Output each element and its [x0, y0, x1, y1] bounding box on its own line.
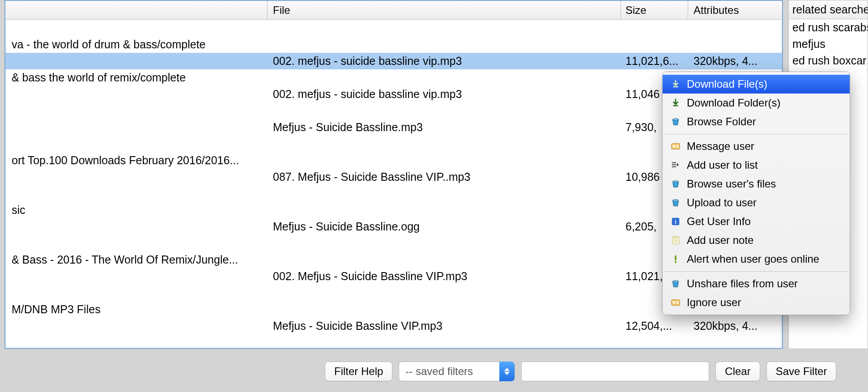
svg-point-2: [673, 119, 679, 120]
menu-item[interactable]: Upload to user: [663, 193, 850, 212]
menu-item-label: Download Folder(s): [687, 97, 780, 109]
cell-size: 11,021,6...: [621, 55, 688, 68]
file-row[interactable]: Mefjus - Suicide Bassline VIP.mp312,504,…: [5, 318, 782, 334]
context-menu: Download File(s)Download Folder(s)Browse…: [662, 72, 850, 315]
folder-row[interactable]: va - the world of drum & bass/complete: [5, 36, 782, 53]
svg-rect-5: [676, 145, 679, 146]
info-icon: i: [671, 217, 681, 226]
related-search-item[interactable]: ed rush scarabs: [789, 19, 868, 36]
menu-item[interactable]: Download Folder(s): [663, 94, 850, 112]
cell-attributes: 320kbps, 4...: [688, 55, 782, 68]
menu-item-label: Unshare files from user: [687, 277, 798, 290]
menu-item-label: Get User Info: [687, 215, 751, 228]
svg-rect-19: [675, 256, 677, 260]
cup-icon: [671, 179, 681, 189]
related-search-item[interactable]: ed rush boxcar: [789, 52, 868, 69]
menu-item[interactable]: Add user note: [663, 231, 850, 250]
svg-rect-25: [676, 303, 679, 304]
cup-icon: [671, 198, 681, 208]
svg-rect-8: [672, 164, 676, 165]
cell-path: & bass the world of remix/complete: [5, 71, 268, 84]
excl-icon: [671, 254, 681, 264]
cell-file: 002. mefjus - suicide bassline vip.mp3: [268, 88, 621, 101]
note-icon: [671, 235, 681, 245]
menu-item[interactable]: Browse Folder: [663, 112, 850, 131]
menu-separator: [664, 271, 848, 272]
menu-item[interactable]: Add user to list: [663, 156, 850, 175]
menu-item[interactable]: Browse user's files: [663, 175, 850, 193]
menu-item-label: Add user to list: [687, 159, 758, 171]
cell-file: Mefjus - Suicide Bassline VIP.mp3: [268, 320, 621, 332]
arrow-green-icon: [671, 98, 681, 108]
user-card-icon: [671, 298, 681, 307]
menu-item[interactable]: Unshare files from user: [663, 274, 850, 293]
menu-item[interactable]: Download File(s): [663, 75, 850, 94]
column-header-blank[interactable]: [5, 1, 268, 19]
arrow-green-icon: [671, 79, 681, 89]
related-searches-header[interactable]: related searches: [789, 0, 868, 19]
menu-item-label: Upload to user: [687, 196, 757, 209]
cell-path: sic: [5, 204, 268, 217]
cell-path: va - the world of drum & bass/complete: [5, 38, 268, 51]
menu-item[interactable]: Ignore user: [663, 293, 850, 312]
filter-bar: Filter Help -- saved filters Clear Save …: [4, 358, 868, 385]
filter-help-button[interactable]: Filter Help: [325, 362, 392, 381]
cup-icon: [671, 279, 681, 289]
menu-item-label: Add user note: [687, 234, 753, 247]
cell-file: Mefjus - Suicide Bassline.ogg: [268, 220, 621, 233]
svg-point-21: [673, 281, 679, 282]
column-header-attributes[interactable]: Attributes: [688, 1, 782, 19]
svg-rect-6: [676, 147, 679, 148]
svg-point-23: [673, 301, 676, 304]
svg-point-11: [673, 200, 679, 201]
menu-item[interactable]: Message user: [663, 137, 850, 156]
svg-point-10: [673, 181, 679, 183]
svg-rect-0: [673, 86, 678, 88]
column-header-file[interactable]: File: [268, 1, 621, 19]
cell-path: ort Top.100 Downloads February 2016/2016…: [5, 154, 268, 167]
svg-point-4: [673, 145, 676, 148]
menu-item-label: Ignore user: [687, 296, 741, 309]
results-header: File Size Attributes: [5, 1, 782, 20]
saved-filters-select[interactable]: -- saved filters: [399, 362, 515, 381]
user-card-icon: [671, 141, 681, 151]
cell-file: 087. Mefjus - Suicide Bassline VIP..mp3: [268, 170, 621, 183]
menu-item-label: Alert when user goes online: [687, 253, 819, 265]
cell-file: 002. mefjus - suicide bassline vip.mp3: [268, 55, 621, 68]
svg-rect-24: [676, 301, 679, 302]
svg-rect-9: [672, 166, 676, 167]
saved-filters-label: -- saved filters: [405, 365, 499, 378]
menu-item-label: Download File(s): [687, 78, 767, 90]
menu-item[interactable]: Alert when user goes online: [663, 250, 850, 268]
svg-rect-1: [673, 105, 678, 107]
svg-rect-20: [675, 261, 677, 263]
blank-row: [5, 20, 782, 36]
menu-item[interactable]: iGet User Info: [663, 212, 850, 231]
cell-size: 12,504,...: [621, 320, 688, 332]
related-search-item[interactable]: mefjus: [789, 36, 868, 52]
column-header-size[interactable]: Size: [621, 1, 688, 19]
menu-item-label: Browse user's files: [687, 178, 776, 190]
cell-file: Mefjus - Suicide Bassline.mp3: [268, 121, 621, 134]
cup-icon: [671, 117, 681, 127]
filter-input[interactable]: [521, 362, 709, 381]
list-arrow-icon: [671, 160, 681, 170]
menu-separator: [664, 134, 848, 134]
cell-path: M/DNB MP3 Files: [5, 303, 268, 316]
file-row[interactable]: 002. mefjus - suicide bassline vip.mp311…: [5, 53, 782, 69]
cell-path: & Bass - 2016 - The World Of Remix/Jungl…: [5, 253, 268, 266]
menu-item-label: Message user: [687, 140, 754, 153]
svg-text:i: i: [675, 218, 677, 225]
svg-rect-18: [672, 237, 679, 238]
svg-rect-7: [672, 162, 676, 163]
save-filter-button[interactable]: Save Filter: [766, 362, 837, 381]
clear-button[interactable]: Clear: [715, 362, 760, 381]
cell-file: 002. Mefjus - Suicide Bassline VIP.mp3: [268, 270, 621, 283]
menu-item-label: Browse Folder: [687, 115, 756, 128]
cell-attributes: 320kbps, 4...: [688, 320, 782, 332]
select-stepper-icon: [499, 362, 515, 381]
